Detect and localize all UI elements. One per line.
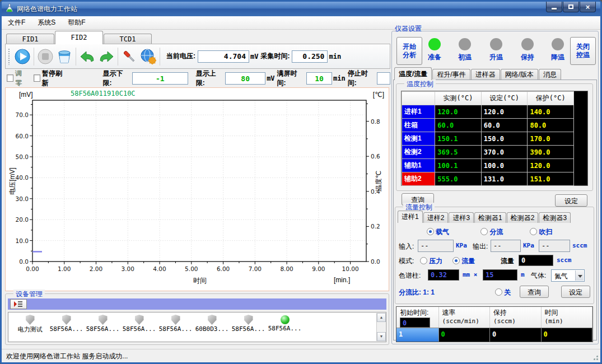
device-toolbar [8, 298, 386, 310]
undo-button[interactable] [78, 47, 97, 66]
flow-tab-inlet1[interactable]: 进样1 [398, 211, 423, 223]
stop-icon [37, 48, 54, 65]
fullscreen-time-input[interactable] [306, 72, 332, 85]
window-controls: × [545, 2, 596, 12]
initial-time-field[interactable]: 0 [400, 318, 430, 328]
upper-limit-label: 显示上限: [196, 69, 223, 88]
svg-text:0.2: 0.2 [371, 223, 380, 230]
split-radio[interactable] [480, 228, 488, 235]
menu-system[interactable]: 系统S [31, 16, 62, 29]
temp-row-aux2[interactable]: 辅助2 555.0 131.0 151.0 [402, 172, 574, 186]
voltage-label: 当前电压: [166, 52, 195, 61]
svg-text:0.8: 0.8 [371, 118, 380, 125]
pressure-mode-radio[interactable] [420, 257, 427, 264]
stop-acquisition-button[interactable] [36, 47, 55, 66]
zero-checkbox[interactable] [7, 74, 13, 82]
start-acquisition-button[interactable] [13, 47, 32, 66]
minimize-icon [552, 8, 557, 10]
resize-grip-icon[interactable] [592, 354, 599, 361]
program-row-1[interactable]: 1 0 0 0 [396, 328, 592, 342]
flow-set-button[interactable]: 设定 [561, 286, 590, 298]
output-pressure-unit: KPa [523, 242, 534, 249]
svg-text:4.00: 4.00 [153, 265, 166, 272]
chromatogram-chart: 0.010.020.030.040.050.060.070.00.00.20.4… [5, 87, 389, 291]
minimize-button[interactable] [546, 2, 562, 12]
ready-light-icon [428, 38, 441, 50]
tab-tcd1[interactable]: TCD1 [104, 34, 152, 44]
upper-limit-input[interactable] [225, 72, 265, 85]
split-off-radio[interactable] [495, 288, 502, 296]
hold-column-header: 保持(sccm) [490, 307, 541, 328]
network-settings-button[interactable] [139, 47, 158, 66]
col-actual: 实测(°C) [435, 92, 482, 105]
acq-time-field: 0.250 [292, 50, 328, 63]
maximize-button[interactable] [563, 2, 579, 12]
menu-file[interactable]: 文件F [2, 16, 31, 29]
temp-row-detector2[interactable]: 检测2 369.5 370.0 390.0 [402, 146, 574, 159]
flow-tab-detector2[interactable]: 检测器2 [507, 212, 539, 223]
svg-text:6.00: 6.00 [217, 265, 230, 272]
carrier-gas-radio[interactable] [427, 228, 434, 235]
output-flow-field[interactable]: -- [539, 240, 570, 252]
device-list-button[interactable] [10, 299, 27, 309]
tab-injector[interactable]: 进样器 [471, 69, 500, 80]
tab-program-events[interactable]: 程升/事件 [432, 69, 470, 80]
scroll-down-icon[interactable]: ▼ [377, 332, 386, 341]
output-pressure-field[interactable]: -- [491, 240, 521, 252]
device-item[interactable]: 58F56A... [48, 314, 85, 342]
flow-tab-detector3[interactable]: 检测器3 [539, 212, 571, 223]
tab-network-version[interactable]: 网络/版本 [501, 69, 538, 80]
flow-mode-radio[interactable] [452, 257, 460, 264]
fullscreen-time-label: 满屏时间: [277, 69, 304, 88]
flow-value-field[interactable]: 0 [519, 255, 553, 266]
column-id-unit: mm × [463, 271, 478, 278]
tab-messages[interactable]: 消息 [539, 69, 561, 80]
start-analysis-button[interactable]: 开始 分析 [396, 37, 422, 65]
toolbar-grip[interactable] [8, 48, 11, 65]
svg-text:10.0: 10.0 [16, 237, 29, 244]
svg-text:0.0: 0.0 [371, 258, 380, 265]
temp-row-inlet1[interactable]: 进样1 120.0 120.0 140.0 [402, 105, 574, 119]
column-length-field[interactable]: 15 [483, 269, 517, 281]
input-pressure-field[interactable]: -- [418, 240, 454, 252]
column-id-field[interactable]: 0.32 [428, 269, 459, 281]
device-shield-icon [62, 315, 71, 325]
instrument-settings-title: 仪器设置 [395, 24, 422, 34]
tab-fid1[interactable]: FID1 [6, 34, 54, 44]
stop-time-input[interactable] [377, 72, 390, 85]
device-shield-icon [99, 315, 108, 325]
device-item[interactable]: 58F56A... [267, 314, 303, 342]
close-temp-control-button[interactable]: 关闭 控温 [570, 37, 596, 65]
gas-select[interactable]: 氮气 [551, 269, 585, 282]
flow-tab-inlet3[interactable]: 进样3 [449, 212, 474, 223]
tab-fid2[interactable]: FID2 [55, 31, 103, 44]
menu-help[interactable]: 帮助F [62, 16, 91, 29]
device-item[interactable]: 58F56A... [121, 314, 157, 342]
tools-button[interactable] [120, 47, 139, 66]
device-item[interactable]: 60B0D3... [194, 314, 230, 342]
device-list-scrollbar[interactable]: ▲ ▼ [376, 313, 385, 341]
cooldown-light-icon [552, 38, 564, 50]
tab-temp-flow[interactable]: 温度/流量 [394, 67, 432, 80]
flow-query-button[interactable]: 查询 [520, 286, 549, 298]
device-item[interactable]: 58F56A... [85, 314, 121, 342]
temp-row-aux1[interactable]: 辅助1 100.1 100.0 120.0 [402, 159, 574, 172]
device-item[interactable]: 58F56A... [157, 314, 194, 342]
device-item[interactable]: 电力测试 [12, 314, 48, 342]
instrument-settings-panel: 仪器设置 开始 分析 准备 初温 升温 [390, 30, 600, 347]
redo-button[interactable] [97, 47, 116, 66]
scroll-up-icon[interactable]: ▲ [377, 313, 386, 322]
temp-row-oven[interactable]: 柱箱 60.0 60.0 80.0 [402, 119, 574, 132]
lower-limit-input[interactable] [132, 72, 188, 85]
close-button[interactable]: × [580, 2, 596, 12]
purge-radio[interactable] [530, 228, 537, 235]
flow-tab-detector1[interactable]: 检测器1 [474, 212, 506, 223]
device-item[interactable]: 58F56A... [230, 314, 267, 342]
temp-row-detector1[interactable]: 检测1 150.1 150.0 170.0 [402, 132, 574, 146]
pause-refresh-checkbox[interactable] [34, 74, 40, 82]
col-setpoint: 设定(°C) [481, 92, 528, 105]
clear-bucket-button[interactable] [55, 47, 74, 66]
temperature-control-title: 温度控制 [404, 80, 436, 89]
flow-tab-inlet2[interactable]: 进样2 [423, 212, 449, 223]
temp-set-button[interactable]: 设定 [555, 194, 587, 207]
